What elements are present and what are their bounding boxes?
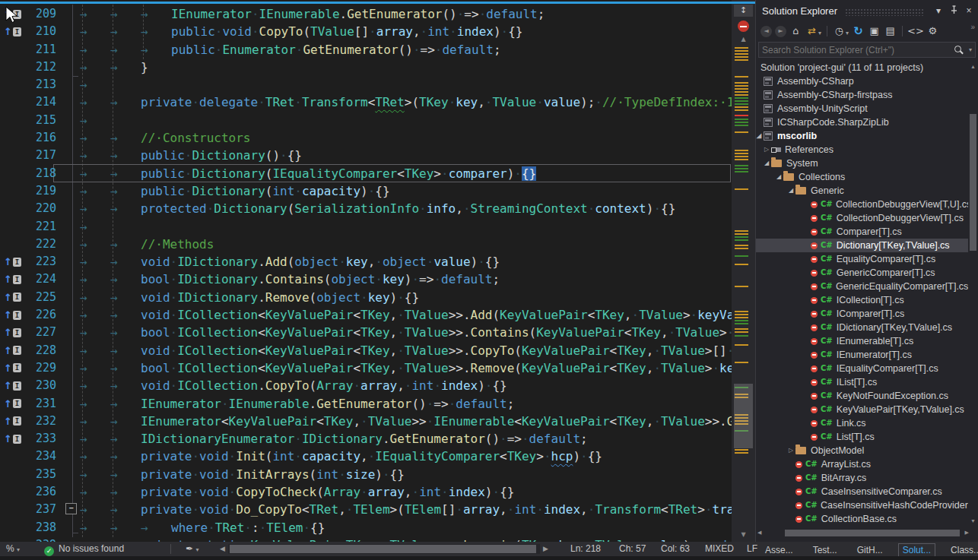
tree-item-icomparer-t-cs[interactable]: C#IComparer[T].cs xyxy=(756,307,968,321)
code-line[interactable]: 233↑I→→IDictionaryEnumerator·IDictionary… xyxy=(0,430,732,448)
formatting-marks-control[interactable]: ✒ ▾ xyxy=(186,542,198,556)
chevron-down-icon[interactable]: ▾ xyxy=(846,30,849,36)
tree-item-equalitycomparer-t-cs[interactable]: C#EqualityComparer[T].cs xyxy=(756,252,968,266)
tree-item-icsharpcode-sharpziplib[interactable]: ICSharpCode.SharpZipLib xyxy=(756,115,968,129)
wrench-icon[interactable]: ⚙ xyxy=(926,24,940,38)
back-icon[interactable]: ◄ xyxy=(760,26,772,37)
zoom-level-control[interactable]: % ▾ xyxy=(6,542,20,556)
implements-interface-icon[interactable]: ↑I xyxy=(4,309,21,321)
scroll-down-arrow-icon[interactable]: ▼ xyxy=(732,532,755,538)
code-line[interactable]: 236→→private·void·CopyToCheck(Array·arra… xyxy=(0,483,732,501)
tree-item-collectionbase-cs[interactable]: C#CollectionBase.cs xyxy=(756,512,968,526)
scroll-right-arrow-icon[interactable]: ▶ xyxy=(543,542,548,556)
vertical-scroll-thumb[interactable] xyxy=(970,114,976,251)
code-lines[interactable]: 209↑I→→→IEnumerator·IEnumerable.GetEnume… xyxy=(0,5,732,542)
tree-vertical-scrollbar[interactable]: ▲ ▼ xyxy=(969,62,977,527)
code-line[interactable]: 232↑I→→IEnumerator<KeyValuePair<TKey,·TV… xyxy=(0,413,732,430)
code-line[interactable]: 226↑I→→void·ICollection<KeyValuePair<TKe… xyxy=(0,306,732,324)
toolbar-overflow-icon[interactable]: » xyxy=(970,23,975,31)
code-line[interactable]: 229↑I→→bool·ICollection<KeyValuePair<TKe… xyxy=(0,359,732,377)
implements-interface-icon[interactable]: ↑I xyxy=(4,362,21,374)
code-line[interactable]: 218→→public·Dictionary(IEqualityComparer… xyxy=(0,165,732,182)
tree-item-ilist-t-cs[interactable]: C#IList[T].cs xyxy=(756,375,968,389)
tree-item-assembly-csharp[interactable]: Assembly-CSharp xyxy=(756,74,968,88)
scroll-left-arrow-icon[interactable]: ◀ xyxy=(757,530,761,536)
forward-icon[interactable]: ► xyxy=(775,26,786,37)
pending-changes-filter-icon[interactable]: ◷ xyxy=(832,24,846,38)
code-line[interactable]: 213→ xyxy=(0,76,732,93)
tree-item-arraylist-cs[interactable]: C#ArrayList.cs xyxy=(756,457,968,471)
indent-mode-indicator[interactable]: MIXED xyxy=(705,542,734,556)
tree-item-bitarray-cs[interactable]: C#BitArray.cs xyxy=(756,471,968,485)
tree-item-assembly-unityscript[interactable]: Assembly-UnityScript xyxy=(756,102,968,115)
tree-item-collectiondebuggerview-t-u-cs[interactable]: C#CollectionDebuggerView[T,U].cs xyxy=(756,198,968,211)
code-line[interactable]: 217→→public·Dictionary()·{} xyxy=(0,147,732,164)
implements-interface-icon[interactable]: ↑I xyxy=(4,416,21,427)
code-line[interactable]: 224↑I→→bool·IDictionary.Contains(object·… xyxy=(0,271,732,288)
scroll-down-arrow-icon[interactable]: ▼ xyxy=(969,518,977,524)
code-line[interactable]: 235→→private·void·InitArrays(int·size)·{… xyxy=(0,466,732,483)
dock-tab-solut[interactable]: Solut... xyxy=(898,543,935,557)
code-line[interactable]: 215→ xyxy=(0,112,732,129)
search-icon[interactable] xyxy=(952,44,966,56)
tree-item-assembly-csharp-firstpass[interactable]: Assembly-CSharp-firstpass xyxy=(756,88,968,102)
solution-explorer-header[interactable]: Solution Explorer ▾ × xyxy=(756,0,978,21)
tree-item-keynotfoundexception-cs[interactable]: C#KeyNotFoundException.cs xyxy=(756,389,968,403)
code-line[interactable]: 223↑I→→void·IDictionary.Add(object·key,·… xyxy=(0,253,732,271)
eol-indicator[interactable]: LF xyxy=(747,542,757,556)
collapse-arrow-icon[interactable]: ◢ xyxy=(756,129,764,143)
code-line[interactable]: 219→→public·Dictionary(int·capacity)·{} xyxy=(0,182,732,200)
code-line[interactable]: 209↑I→→→IEnumerator·IEnumerable.GetEnume… xyxy=(0,5,732,23)
horizontal-scroll-thumb[interactable] xyxy=(230,545,536,553)
refresh-icon[interactable]: ↻ xyxy=(851,24,865,38)
home-icon[interactable]: ⌂ xyxy=(789,24,803,38)
pin-icon[interactable] xyxy=(948,5,960,17)
tree-item-genericcomparer-t-cs[interactable]: C#GenericComparer[T].cs xyxy=(756,266,968,280)
fold-collapse-button[interactable]: − xyxy=(65,503,77,514)
implements-interface-icon[interactable]: ↑I xyxy=(4,398,21,410)
tree-item-objectmodel[interactable]: ▷ObjectModel xyxy=(756,444,968,457)
code-line[interactable]: 230↑I→→void·ICollection.CopyTo(Array·arr… xyxy=(0,377,732,394)
chevron-down-icon[interactable]: ▾ xyxy=(818,30,821,36)
code-line[interactable]: 238→→→where·TRet·:·TElem·{} xyxy=(0,519,732,536)
tree-item-system[interactable]: ◢System xyxy=(756,157,968,170)
sync-with-active-document-icon[interactable]: ⇄ xyxy=(805,24,819,38)
tree-item-generic[interactable]: ◢Generic xyxy=(756,184,968,198)
scroll-right-arrow-icon[interactable]: ▶ xyxy=(965,530,969,536)
collapse-all-icon[interactable]: ▣ xyxy=(867,24,881,38)
code-line[interactable]: 220→→protected·Dictionary(SerializationI… xyxy=(0,200,732,217)
code-line[interactable]: 228↑I→→void·ICollection<KeyValuePair<TKe… xyxy=(0,342,732,359)
tree-horizontal-scrollbar[interactable]: ◀ ▶ xyxy=(757,529,969,537)
scroll-up-arrow-icon[interactable]: ▲ xyxy=(969,64,977,69)
tree-item-mscorlib[interactable]: ◢mscorlib xyxy=(756,129,968,143)
tree-item-link-cs[interactable]: C#Link.cs xyxy=(756,416,968,430)
code-line[interactable]: 222→→//·Methods xyxy=(0,236,732,253)
issues-status[interactable]: ✓No issues found xyxy=(44,542,124,556)
implements-interface-icon[interactable]: ↑I xyxy=(4,433,21,445)
code-line[interactable]: 234→→private·void·Init(int·capacity,·IEq… xyxy=(0,448,732,465)
tree-item-caseinsensitivehashcodeprovider-cs[interactable]: C#CaseInsensitiveHashCodeProvider.cs xyxy=(756,498,968,512)
code-line[interactable]: 231↑I→→IEnumerator·IEnumerable.GetEnumer… xyxy=(0,395,732,413)
tree-item-keyvaluepair-tkey-tvalue-cs[interactable]: C#KeyValuePair[TKey,TValue].cs xyxy=(756,403,968,416)
collapse-arrow-icon[interactable]: ◢ xyxy=(762,157,771,170)
implements-interface-icon[interactable]: ↑I xyxy=(4,292,21,303)
tree-item-ienumerable-t-cs[interactable]: C#IEnumerable[T].cs xyxy=(756,334,968,348)
dock-tab-asse[interactable]: Asse... xyxy=(760,543,798,557)
scroll-up-arrow-icon[interactable]: ▲ xyxy=(732,36,755,43)
code-line[interactable]: 237→→private·void·Do_CopyTo<TRet,·TElem>… xyxy=(0,501,732,518)
implements-interface-icon[interactable]: ↑I xyxy=(4,274,21,285)
implements-interface-icon[interactable]: ↑I xyxy=(4,26,21,37)
code-line[interactable]: 221→ xyxy=(0,218,732,236)
tree-item-collectiondebuggerview-t-cs[interactable]: C#CollectionDebuggerView[T].cs xyxy=(756,211,968,225)
tree-item-comparer-t-cs[interactable]: C#Comparer[T].cs xyxy=(756,225,968,239)
column-indicator[interactable]: Col: 63 xyxy=(661,542,690,556)
code-line[interactable]: 239→→private·static·KeyValuePair<TKey,·T… xyxy=(0,536,732,542)
split-editor-handle[interactable]: ↕ xyxy=(734,5,753,17)
dock-tab-gith[interactable]: GitH... xyxy=(853,543,888,557)
horizontal-scroll-thumb[interactable] xyxy=(785,530,960,536)
tree-item-caseinsensitivecomparer-cs[interactable]: C#CaseInsensitiveComparer.cs xyxy=(756,485,968,498)
code-line[interactable]: 225↑I→→void·IDictionary.Remove(object·ke… xyxy=(0,289,732,306)
char-indicator[interactable]: Ch: 57 xyxy=(619,542,646,556)
tree-item-icollection-t-cs[interactable]: C#ICollection[T].cs xyxy=(756,293,968,307)
preview-selected-items-icon[interactable]: ▤ xyxy=(883,24,897,38)
